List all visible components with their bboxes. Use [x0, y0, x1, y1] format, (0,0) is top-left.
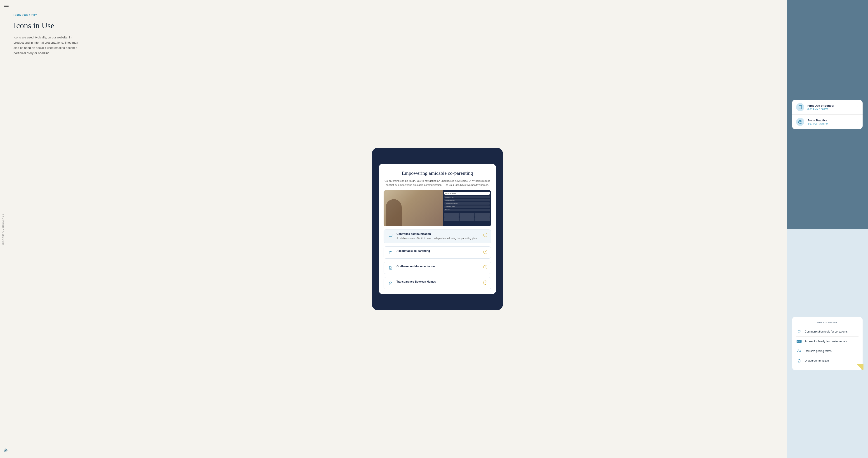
screenshot-menu-item-1: Unread Messages: [444, 199, 490, 202]
svg-point-6: [798, 350, 799, 350]
left-panel: ICONOGRAPHY Icons in Use Icons are used,…: [0, 0, 88, 458]
phone-card-header: Empowering amicable co-parenting Co-pare…: [383, 170, 491, 187]
brand-guidelines-label: Brand Guidelines: [0, 211, 5, 247]
accordion-documentation-toggle[interactable]: +: [483, 265, 487, 269]
screenshot-grid-item-1: [444, 213, 459, 217]
inside-item-draft: Draft order template: [796, 356, 859, 366]
whats-inside-title: WHAT'S INSIDE: [796, 322, 859, 324]
right-panel: First Day of School 8:00 AM - 3:30 PM › …: [786, 0, 868, 458]
app-screenshot: OurFamilyWizard Welcome, Tyler Unread Me…: [383, 190, 491, 226]
sidebar-toggle-button[interactable]: [3, 4, 9, 9]
school-icon-circle: [796, 103, 804, 111]
accordion-item-documentation[interactable]: On-the-record documentation +: [383, 262, 491, 274]
screenshot-grid-item-4: [444, 217, 459, 221]
inside-professionals-label: Access for family law professionals: [805, 340, 847, 343]
accordion-transparency-title: Transparency Between Homes: [397, 280, 480, 283]
accordion-item-transparency[interactable]: Transparency Between Homes +: [383, 277, 491, 289]
right-bottom-section: WHAT'S INSIDE Communication tools for co…: [786, 229, 868, 458]
accordion-accountable-content: Accountable co-parenting: [397, 249, 480, 252]
accordion-transparency-toggle[interactable]: +: [483, 280, 487, 285]
draft-document-icon: [796, 358, 802, 364]
phone-card-title: Empowering amicable co-parenting: [383, 170, 491, 177]
screenshot-grid-item-6: [475, 217, 490, 221]
accordion-item-accountable-coparenting[interactable]: Accountable co-parenting +: [383, 246, 491, 258]
screenshot-welcome: Welcome, Tyler: [444, 196, 490, 198]
screenshot-add-note: Add Note: [444, 209, 490, 211]
people-icon: [796, 348, 802, 354]
event-swim-chevron: ›: [857, 120, 859, 124]
accordion-item-controlled-communication[interactable]: Controlled communication A reliable sour…: [383, 230, 491, 243]
inside-draft-label: Draft order template: [805, 359, 829, 362]
center-panel: Empowering amicable co-parenting Co-pare…: [88, 0, 786, 458]
section-tag: ICONOGRAPHY: [13, 13, 79, 16]
event-school-chevron: ›: [857, 105, 859, 109]
accordion-documentation-title: On-the-record documentation: [397, 265, 480, 268]
home-icon: [388, 280, 394, 286]
chat-icon: [388, 233, 394, 239]
inside-item-communication: Communication tools for co-parents: [796, 327, 859, 337]
svg-text:PRO: PRO: [797, 341, 800, 342]
right-top-section: First Day of School 8:00 AM - 3:30 PM › …: [786, 0, 868, 229]
whats-inside-card: WHAT'S INSIDE Communication tools for co…: [792, 317, 863, 370]
screenshot-grid-item-3: [475, 213, 490, 217]
accordion-controlled-toggle[interactable]: −: [483, 233, 487, 237]
shield-icon: [796, 329, 802, 335]
page-title: Icons in Use: [13, 21, 79, 31]
screenshot-grid: [444, 213, 490, 221]
accordion-transparency-content: Transparency Between Homes: [397, 280, 480, 283]
screenshot-grid-item-2: [460, 213, 474, 217]
event-school-title: First Day of School: [807, 104, 854, 108]
inside-item-professionals: PRO Access for family law professionals: [796, 337, 859, 346]
screenshot-grid-item-5: [460, 217, 474, 221]
screenshot-menu-item-3: Upcoming Events: [444, 206, 490, 208]
accordion-documentation-content: On-the-record documentation: [397, 265, 480, 268]
event-swim-title: Swim Practice: [807, 119, 854, 122]
phone-background: Empowering amicable co-parenting Co-pare…: [372, 148, 503, 310]
event-swim-time: 4:00 PM - 6:00 PM: [807, 123, 854, 125]
accordion-controlled-content: Controlled communication A reliable sour…: [397, 233, 480, 240]
section-description: Icons are used, typically, on our websit…: [13, 35, 79, 56]
accordion-accountable-title: Accountable co-parenting: [397, 249, 480, 252]
accordion-controlled-title: Controlled communication: [397, 233, 480, 236]
document-icon: [388, 265, 394, 271]
phone-card-subtitle: Co-parenting can be tough. You're naviga…: [383, 179, 491, 187]
event-school-info: First Day of School 8:00 AM - 3:30 PM: [807, 104, 854, 111]
event-school-time: 8:00 AM - 3:30 PM: [807, 108, 854, 111]
calendar-event-swim[interactable]: Swim Practice 4:00 PM - 6:00 PM ›: [792, 115, 863, 129]
calendar-event-school[interactable]: First Day of School 8:00 AM - 3:30 PM ›: [792, 100, 863, 115]
screenshot-photo: [383, 190, 443, 226]
screenshot-menu-item-2: Outstanding Expenses: [444, 202, 490, 205]
inside-communication-label: Communication tools for co-parents: [805, 330, 847, 333]
event-swim-info: Swim Practice 4:00 PM - 6:00 PM: [807, 119, 854, 125]
star-logo: ✳: [4, 448, 8, 454]
screenshot-app-ui: OurFamilyWizard Welcome, Tyler Unread Me…: [443, 190, 491, 226]
accordion-accountable-toggle[interactable]: +: [483, 250, 487, 254]
clipboard-icon: [388, 249, 394, 256]
inside-pricing-label: Inclusive pricing forms: [805, 349, 832, 353]
phone-card: Empowering amicable co-parenting Co-pare…: [379, 164, 496, 294]
screenshot-app-name: OurFamilyWizard: [444, 192, 490, 195]
swim-icon-circle: [796, 118, 804, 126]
calendar-card: First Day of School 8:00 AM - 3:30 PM › …: [792, 100, 863, 129]
inside-item-pricing: Inclusive pricing forms: [796, 346, 859, 356]
accordion-controlled-desc: A reliable source of truth to keep both …: [397, 237, 480, 240]
pro-badge-icon: PRO: [796, 338, 802, 344]
